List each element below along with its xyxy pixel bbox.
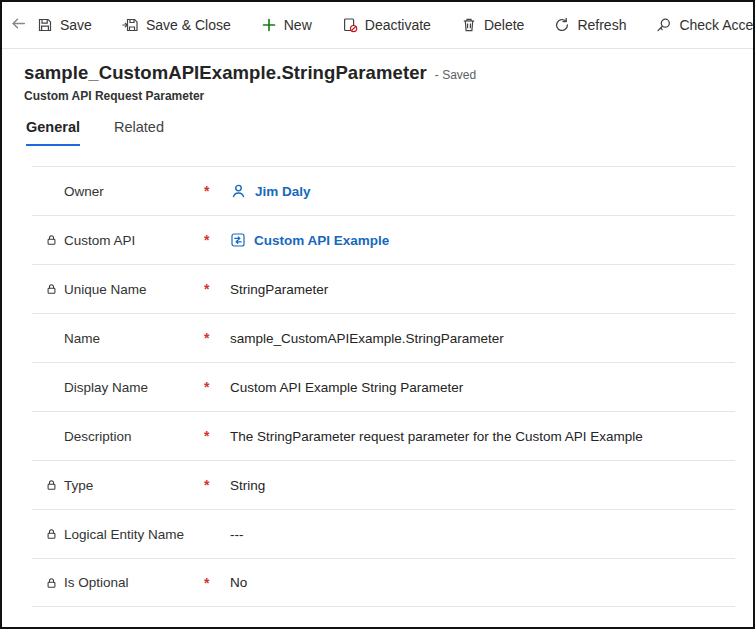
save-close-icon <box>122 17 139 33</box>
field-row: Type * String <box>32 460 735 509</box>
field-value[interactable]: StringParameter <box>230 282 328 297</box>
field-label: Custom API <box>64 233 135 248</box>
required-asterisk: * <box>204 330 230 346</box>
field-value-cell: Custom API Example <box>230 232 735 248</box>
save-label: Save <box>60 17 92 33</box>
field-label-cell: Type <box>32 478 204 493</box>
field-value-cell: The StringParameter request parameter fo… <box>230 429 735 444</box>
field-label-cell: Description <box>32 429 204 444</box>
field-label-cell: Is Optional <box>32 575 204 590</box>
field-value-cell: StringParameter <box>230 282 735 297</box>
deactivate-label: Deactivate <box>365 17 431 33</box>
required-asterisk: * <box>204 428 230 444</box>
field-value[interactable]: Custom API Example String Parameter <box>230 380 463 395</box>
tab-general[interactable]: General <box>26 119 80 146</box>
field-label: Display Name <box>64 380 148 395</box>
field-label: Name <box>64 331 100 346</box>
field-row: Logical Entity Name * --- <box>32 509 735 558</box>
field-value-cell: Custom API Example String Parameter <box>230 380 735 395</box>
required-asterisk: * <box>204 183 230 199</box>
field-label-cell: Logical Entity Name <box>32 527 204 542</box>
required-asterisk: * <box>204 232 230 248</box>
record-header: sample_CustomAPIExample.StringParameter … <box>2 49 753 103</box>
check-access-label: Check Access <box>679 17 755 33</box>
deactivate-button[interactable]: Deactivate <box>342 17 431 33</box>
field-value-cell: sample_CustomAPIExample.StringParameter <box>230 331 735 346</box>
entity-type-label: Custom API Request Parameter <box>24 89 753 103</box>
delete-label: Delete <box>484 17 524 33</box>
field-label-cell: Name <box>32 331 204 346</box>
required-asterisk: * <box>204 379 230 395</box>
person-icon <box>230 183 247 200</box>
lock-icon <box>45 283 58 296</box>
field-value-cell: --- <box>230 527 735 542</box>
plus-icon <box>261 17 277 33</box>
field-row: Unique Name * StringParameter <box>32 264 735 313</box>
field-row: Owner * Jim Daly <box>32 166 735 215</box>
field-label: Description <box>64 429 132 444</box>
command-bar: Save Save & Close New Deactivate <box>2 2 753 49</box>
form-body: Owner * Jim Daly Custom API * Custom API… <box>32 166 735 607</box>
field-value[interactable]: Jim Daly <box>255 184 311 199</box>
delete-button[interactable]: Delete <box>461 17 524 33</box>
field-label-cell: Unique Name <box>32 282 204 297</box>
field-row: Is Optional * No <box>32 558 735 607</box>
field-value[interactable]: No <box>230 575 247 590</box>
field-value[interactable]: sample_CustomAPIExample.StringParameter <box>230 331 504 346</box>
field-row: Description * The StringParameter reques… <box>32 411 735 460</box>
refresh-label: Refresh <box>577 17 626 33</box>
page-title: sample_CustomAPIExample.StringParameter <box>24 62 427 84</box>
back-button[interactable] <box>10 8 27 42</box>
field-label: Logical Entity Name <box>64 527 184 542</box>
required-asterisk: * <box>204 281 230 297</box>
custom-api-icon <box>230 232 246 248</box>
field-value[interactable]: --- <box>230 527 244 542</box>
delete-icon <box>461 17 477 33</box>
deactivate-icon <box>342 17 358 33</box>
lock-icon <box>45 528 58 541</box>
required-asterisk: * <box>204 575 230 591</box>
lock-icon <box>45 576 58 589</box>
back-arrow-icon <box>10 15 27 36</box>
lock-icon <box>45 479 58 492</box>
check-access-icon <box>656 17 672 33</box>
field-label: Type <box>64 478 93 493</box>
field-label: Is Optional <box>64 575 129 590</box>
save-status: - Saved <box>435 68 476 82</box>
save-button[interactable]: Save <box>37 17 92 33</box>
required-asterisk: * <box>204 477 230 493</box>
tab-related[interactable]: Related <box>114 119 164 146</box>
save-and-close-button[interactable]: Save & Close <box>122 17 231 33</box>
check-access-button[interactable]: Check Access <box>656 17 755 33</box>
field-value[interactable]: Custom API Example <box>254 233 389 248</box>
new-button[interactable]: New <box>261 17 312 33</box>
field-value-cell: Jim Daly <box>230 183 735 200</box>
new-label: New <box>284 17 312 33</box>
save-and-close-label: Save & Close <box>146 17 231 33</box>
app-window: Save Save & Close New Deactivate <box>0 0 755 629</box>
field-label: Owner <box>64 184 104 199</box>
field-value[interactable]: String <box>230 478 265 493</box>
refresh-button[interactable]: Refresh <box>554 17 626 33</box>
field-row: Display Name * Custom API Example String… <box>32 362 735 411</box>
field-label-cell: Custom API <box>32 233 204 248</box>
field-label: Unique Name <box>64 282 147 297</box>
command-bar-items: Save Save & Close New Deactivate <box>37 17 755 33</box>
field-label-cell: Display Name <box>32 380 204 395</box>
lock-icon <box>45 234 58 247</box>
field-value-cell: No <box>230 575 735 590</box>
form-tabs: General Related <box>2 119 753 146</box>
field-value[interactable]: The StringParameter request parameter fo… <box>230 429 643 444</box>
field-row: Name * sample_CustomAPIExample.StringPar… <box>32 313 735 362</box>
save-icon <box>37 17 53 33</box>
field-label-cell: Owner <box>32 184 204 199</box>
refresh-icon <box>554 17 570 33</box>
field-row: Custom API * Custom API Example <box>32 215 735 264</box>
field-value-cell: String <box>230 478 735 493</box>
